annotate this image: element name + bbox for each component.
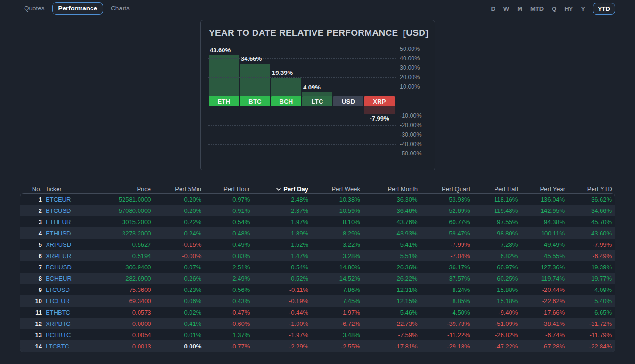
- perf-cell: 94.38%: [518, 218, 565, 226]
- perf-cell: 36.62%: [565, 196, 612, 203]
- perf-cell: 0.54%: [201, 218, 250, 226]
- tab-charts[interactable]: Charts: [110, 2, 130, 15]
- ticker-link[interactable]: BCHBTC: [42, 332, 92, 339]
- table-row-btcusd[interactable]: 2BTCUSD57080.00000.20%0.91%2.37%10.59%36…: [20, 205, 615, 216]
- perf-cell: -0.11%: [250, 286, 308, 293]
- ticker-link[interactable]: BTCUSD: [42, 207, 92, 214]
- perf-cell: 0.52%: [250, 275, 308, 282]
- ticker-link[interactable]: LTCUSD: [42, 286, 92, 293]
- perf-cell: 1.37%: [201, 332, 250, 339]
- perf-cell: 8.10%: [308, 218, 360, 226]
- column-header-perf-hour[interactable]: Perf Hour: [201, 186, 250, 193]
- perf-cell: 36.46%: [360, 207, 418, 214]
- period-ytd[interactable]: YTD: [593, 3, 615, 15]
- y-axis-tick-label: 30.00%: [400, 64, 428, 72]
- period-d[interactable]: D: [490, 3, 495, 15]
- table-row-bcheur[interactable]: 8BCHEUR282.69000.26%2.49%0.52%14.52%26.2…: [20, 273, 615, 284]
- perf-cell: 5.46%: [360, 309, 418, 316]
- perf-cell: 0.22%: [151, 218, 202, 226]
- perf-cell: 5.51%: [360, 252, 418, 259]
- perf-cell: 52.69%: [418, 207, 470, 214]
- table-row-xrpbtc[interactable]: 12XRPBTC0.00000.41%-0.60%-1.00%-6.72%-22…: [20, 318, 615, 329]
- tab-performance[interactable]: Performance: [52, 2, 104, 15]
- perf-cell: -2.55%: [308, 343, 360, 350]
- ticker-link[interactable]: BTCEUR: [42, 196, 92, 203]
- perf-cell: 0.83%: [201, 252, 250, 259]
- period-q[interactable]: Q: [551, 3, 557, 15]
- period-y[interactable]: Y: [580, 3, 586, 15]
- perf-cell: -7.59%: [360, 332, 418, 339]
- table-row-ethusd[interactable]: 4ETHUSD3273.20000.24%0.48%1.89%8.29%43.9…: [20, 227, 615, 239]
- perf-cell: 2.37%: [250, 207, 308, 214]
- topbar: QuotesPerformanceCharts DWMMTDQHYYYTD: [0, 0, 635, 17]
- perf-cell: 2.48%: [250, 196, 308, 203]
- period-mtd[interactable]: MTD: [530, 3, 544, 15]
- column-header-no[interactable]: No.: [20, 186, 41, 193]
- ticker-link[interactable]: XRPUSD: [42, 241, 92, 248]
- table-row-ltcusd[interactable]: 9LTCUSD75.36000.23%0.56%-0.11%7.86%12.31…: [20, 284, 615, 295]
- ticker-link[interactable]: ETHUSD: [42, 230, 92, 237]
- table-header-row: No.TickerPricePerf 5MinPerf HourPerf Day…: [20, 185, 615, 193]
- perf-cell: 60.25%: [470, 275, 518, 282]
- table-row-etheur[interactable]: 3ETHEUR3015.20000.22%0.54%1.97%8.10%43.7…: [20, 216, 615, 227]
- ticker-link[interactable]: ETHBTC: [42, 309, 92, 316]
- column-header-price[interactable]: Price: [91, 186, 151, 193]
- period-hy[interactable]: HY: [564, 3, 573, 15]
- perf-cell: 0.20%: [151, 196, 202, 203]
- table-row-bchusd[interactable]: 7BCHUSD306.94000.07%2.51%0.54%14.80%26.3…: [20, 261, 615, 273]
- perf-cell: 0.02%: [151, 309, 202, 316]
- ticker-link[interactable]: ETHEUR: [42, 218, 92, 226]
- perf-cell: 10.59%: [308, 207, 360, 214]
- perf-cell: 6.82%: [470, 252, 518, 259]
- ticker-link[interactable]: BCHUSD: [42, 264, 92, 271]
- perf-cell: 2.51%: [201, 264, 250, 271]
- row-number: 7: [20, 264, 42, 271]
- ticker-link[interactable]: XRPEUR: [42, 252, 92, 259]
- column-header-perf-day[interactable]: Perf Day: [250, 186, 308, 193]
- category-pill-usd: USD: [333, 96, 363, 106]
- column-header-perf-year[interactable]: Perf Year: [518, 186, 565, 193]
- ytd-performance-chart-panel: YEAR TO DATE RELATIVE PERFORMANCE[USD] 5…: [200, 20, 435, 170]
- row-number: 2: [20, 207, 42, 214]
- bar-value-label-xrp: -7.99%: [364, 115, 395, 122]
- ticker-link[interactable]: BCHEUR: [42, 275, 92, 282]
- table-row-ltcbtc[interactable]: 14LTCBTC0.00130.00%-0.77%-2.29%-2.55%-17…: [20, 340, 615, 352]
- perf-cell: -39.73%: [418, 320, 470, 327]
- perf-cell: 0.97%: [201, 196, 250, 203]
- perf-cell: -22.84%: [565, 343, 612, 350]
- y-axis-tick-label: 10.00%: [400, 83, 428, 90]
- column-header-perf-quart[interactable]: Perf Quart: [418, 186, 470, 193]
- gridline: [208, 87, 396, 87]
- period-w[interactable]: W: [503, 3, 510, 15]
- ticker-link[interactable]: LTCBTC: [42, 343, 92, 350]
- bar-eth: [209, 55, 239, 96]
- column-header-perf-month[interactable]: Perf Month: [360, 186, 418, 193]
- perf-cell: 97.55%: [470, 218, 518, 226]
- column-header-perf-ytd[interactable]: Perf YTD: [565, 186, 612, 193]
- perf-cell: 0.56%: [201, 286, 250, 293]
- column-header-ticker[interactable]: Ticker: [41, 186, 91, 193]
- column-header-perf-half[interactable]: Perf Half: [470, 186, 518, 193]
- perf-cell: 119.74%: [518, 275, 565, 282]
- table-row-xrpusd[interactable]: 5XRPUSD0.5627-0.15%0.49%1.52%3.22%5.41%-…: [20, 239, 615, 250]
- perf-cell: 53.93%: [418, 196, 470, 203]
- table-row-ltceur[interactable]: 10LTCEUR69.34000.06%0.43%-0.19%7.45%12.1…: [20, 295, 615, 307]
- gridline: [208, 144, 396, 145]
- ticker-link[interactable]: LTCEUR: [42, 298, 92, 305]
- price-cell: 306.9400: [92, 264, 151, 271]
- period-m[interactable]: M: [517, 3, 523, 15]
- column-header-perf-5min[interactable]: Perf 5Min: [151, 186, 201, 193]
- perf-cell: 0.41%: [151, 320, 202, 327]
- perf-cell: 0.26%: [151, 275, 202, 282]
- perf-cell: 59.47%: [418, 230, 470, 237]
- table-row-ethbtc[interactable]: 11ETHBTC0.05730.02%-0.47%-0.44%-1.97%5.4…: [20, 307, 615, 318]
- tab-quotes[interactable]: Quotes: [24, 2, 45, 15]
- column-header-perf-week[interactable]: Perf Week: [308, 186, 360, 193]
- ticker-link[interactable]: XRPBTC: [42, 320, 92, 327]
- table-row-bchbtc[interactable]: 13BCHBTC0.00540.01%1.37%-1.97%3.48%-7.59…: [20, 329, 615, 340]
- table-row-btceur[interactable]: 1BTCEUR52581.00000.20%0.97%2.48%10.38%36…: [20, 194, 615, 205]
- perf-cell: -0.77%: [201, 343, 250, 350]
- perf-cell: 3.28%: [308, 252, 360, 259]
- y-axis-tick-label: -50.00%: [400, 150, 428, 157]
- table-row-xrpeur[interactable]: 6XRPEUR0.5194-0.00%0.83%1.47%3.28%5.51%-…: [20, 250, 615, 261]
